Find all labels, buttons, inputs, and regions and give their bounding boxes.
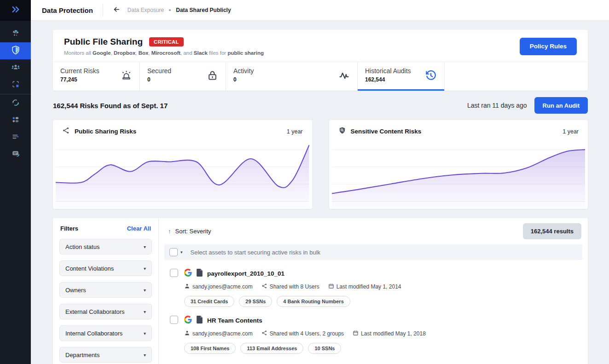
sidebar-item-apps[interactable]	[0, 112, 31, 129]
filters-sidebar: Filters Clear All Action status ▾ Conten…	[53, 218, 159, 364]
sidebar-item-users[interactable]	[0, 59, 31, 76]
modified-meta: Last modified May 1, 2018	[353, 330, 426, 337]
sidebar-divider	[0, 94, 31, 94]
file-icon	[196, 269, 203, 278]
policy-header-card: Public File Sharing CRITICAL Monitors al…	[53, 30, 588, 62]
row-checkbox[interactable]	[170, 316, 178, 324]
filter-label: Departments	[65, 352, 99, 358]
violation-pill[interactable]: 29 SSNs	[239, 296, 272, 307]
sidebar-item-classification[interactable]	[0, 25, 31, 42]
shared-text: Shared with 4 Users, 2 groups	[270, 330, 344, 337]
sort-control[interactable]: ↑ Sort: Severity	[168, 228, 211, 235]
modified-text: Last modified May 1, 2018	[361, 330, 426, 337]
calendar-icon	[328, 283, 334, 290]
pulse-icon	[338, 69, 350, 84]
arrow-left-icon	[113, 6, 121, 15]
sidebar-item-reports[interactable]	[0, 129, 31, 146]
modified-meta: Last modified May 1, 2014	[328, 283, 401, 290]
tab-secured[interactable]: Secured 0	[140, 62, 226, 91]
row-checkbox[interactable]	[170, 269, 178, 277]
chevron-down-icon: ▾	[144, 244, 146, 249]
sidebar-item-sync[interactable]	[0, 95, 31, 112]
subtitle-text: Slack	[194, 50, 208, 56]
owner-email: sandy.jones@acme.com	[192, 283, 253, 290]
tab-strip: Current Risks 77,245 Secured 0 Activity …	[53, 62, 588, 91]
chevron-down-icon: ▾	[144, 331, 146, 336]
tab-historical-audits[interactable]: Historical Audits 162,544	[358, 62, 445, 91]
tab-label: Activity	[233, 67, 350, 75]
asset-title[interactable]: HR Team Contents	[207, 317, 262, 324]
app-window: Data Protection Data Exposure Data Share…	[0, 0, 609, 364]
public-sharing-risks-chart	[56, 142, 309, 207]
subtitle-text: Mirocrosoft	[151, 50, 180, 56]
charts-row: Public Sharing Risks 1 year	[53, 120, 588, 209]
violation-pill[interactable]: 31 Credit Cards	[184, 296, 234, 307]
sidebar-item-chat[interactable]	[0, 146, 31, 163]
share-nodes-icon	[261, 330, 267, 337]
results-panel: Filters Clear All Action status ▾ Conten…	[53, 218, 588, 364]
shared-text: Shared with 8 Users	[270, 283, 319, 290]
violation-pill[interactable]: 4 Bank Routing Numbers	[277, 296, 350, 307]
modified-text: Last modified May 1, 2014	[336, 283, 401, 290]
owner-meta: sandy.jones@acme.com	[184, 330, 253, 337]
siren-icon	[120, 69, 133, 84]
back-button[interactable]	[113, 6, 121, 15]
sort-row: ↑ Sort: Severity 162,544 results	[159, 218, 588, 244]
app-title: Data Protection	[42, 6, 93, 14]
asset-meta: sandy.jones@acme.com Shared with 8 Users	[184, 283, 580, 290]
subtitle-text: public sharing	[227, 50, 264, 56]
tab-count: 0	[233, 76, 350, 83]
violation-pill[interactable]: 108 First Names	[184, 343, 236, 354]
subtitle-text: Monitors all	[64, 50, 93, 56]
sidebar-item-data-protection[interactable]	[0, 42, 31, 59]
breadcrumb-parent[interactable]: Data Exposure	[128, 7, 164, 13]
tab-activity[interactable]: Activity 0	[226, 62, 358, 91]
filter-departments[interactable]: Departments ▾	[59, 347, 152, 363]
subtitle-text: Dropbox	[114, 50, 135, 56]
chevron-down-icon[interactable]: ▾	[180, 250, 183, 254]
select-all-checkbox[interactable]	[169, 248, 178, 256]
shared-meta: Shared with 8 Users	[261, 283, 319, 290]
chevron-down-icon: ▾	[144, 352, 146, 358]
filter-external-collaborators[interactable]: External Collaborators ▾	[59, 304, 152, 319]
tab-current-risks[interactable]: Current Risks 77,245	[53, 62, 140, 91]
history-clock-icon	[424, 69, 437, 84]
shared-meta: Shared with 4 Users, 2 groups	[261, 330, 344, 337]
sidebar-expand-button[interactable]	[0, 0, 31, 21]
chart-title: Public Sharing Risks	[75, 128, 136, 135]
filter-content-violations[interactable]: Content Violations ▾	[59, 260, 152, 276]
policy-rules-button[interactable]: Policy Rules	[520, 38, 577, 55]
filter-owners[interactable]: Owners ▾	[59, 282, 152, 298]
filters-title: Filters	[60, 225, 78, 232]
chevron-down-icon: ▾	[144, 266, 146, 271]
person-icon	[184, 283, 190, 290]
sort-ascending-icon: ↑	[168, 228, 171, 235]
topbar: Data Protection Data Exposure Data Share…	[31, 0, 609, 21]
severity-badge: CRITICAL	[149, 37, 184, 46]
filter-action-status[interactable]: Action status ▾	[59, 239, 152, 254]
sort-label: Sort: Severity	[175, 228, 211, 235]
breadcrumb-current: Data Shared Publicly	[176, 7, 231, 13]
violation-pill[interactable]: 10 SSNs	[308, 343, 341, 354]
violation-pill[interactable]: 113 Email Addresses	[240, 343, 303, 354]
lock-icon	[206, 69, 219, 84]
reports-icon	[11, 132, 20, 143]
asset-row: HR Team Contents sandy.jones@acme.com	[159, 307, 588, 354]
apps-icon	[11, 115, 20, 126]
policy-header-left: Public File Sharing CRITICAL Monitors al…	[64, 37, 520, 56]
chart-range-selector[interactable]: 1 year	[287, 128, 303, 135]
chart-range-selector[interactable]: 1 year	[563, 128, 579, 135]
asset-title[interactable]: payrollexport_2010_10_01	[207, 270, 284, 277]
subtitle-text: Google	[93, 50, 111, 56]
violation-pills: 31 Credit Cards 29 SSNs 4 Bank Routing N…	[184, 296, 580, 307]
filter-label: Internal Collaborators	[65, 330, 122, 337]
google-icon	[184, 316, 192, 325]
filter-internal-collaborators[interactable]: Internal Collaborators ▾	[59, 325, 152, 341]
chat-icon	[11, 149, 20, 160]
share-nodes-icon	[261, 283, 267, 290]
chevron-down-icon: ▾	[144, 309, 146, 314]
clear-all-link[interactable]: Clear All	[127, 225, 151, 232]
run-audit-button[interactable]: Run an Audit	[534, 97, 588, 114]
main-area: Data Protection Data Exposure Data Share…	[31, 0, 609, 364]
sidebar-item-catalog[interactable]	[0, 76, 31, 93]
